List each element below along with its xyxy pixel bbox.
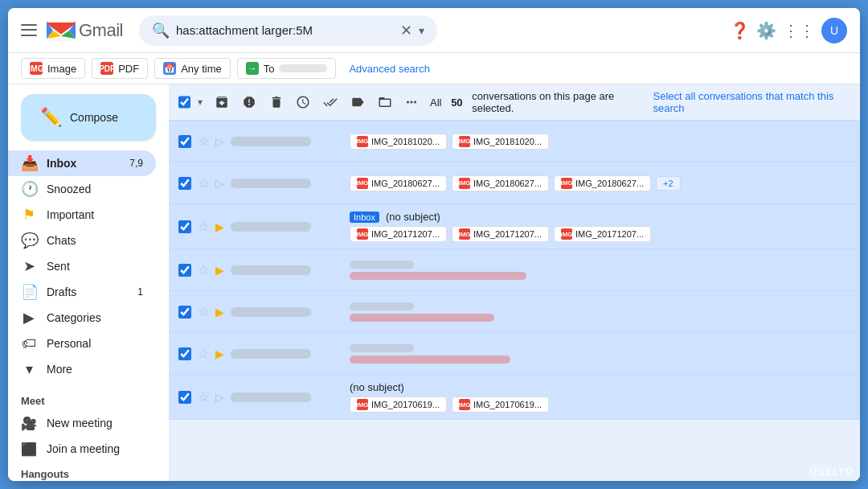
important-marker[interactable]: ▶ (215, 264, 224, 277)
subject-line: Inbox (no subject) (350, 211, 850, 223)
search-bar: 🔍 has:attachment larger:5M ✕ ▾ (139, 15, 438, 46)
attachment-name: IMG_20180627... (371, 179, 440, 188)
more-options-time-button[interactable] (292, 89, 316, 115)
sidebar-item-important[interactable]: ⚑ Important (8, 202, 156, 228)
important-marker[interactable]: ▷ (215, 135, 224, 148)
row-checkbox[interactable] (178, 177, 191, 190)
row-checkbox[interactable] (178, 306, 191, 318)
table-row[interactable]: ☆ ▷ IMG IMG_20181020... IMG IMG_20181020… (169, 121, 860, 162)
row-checkbox[interactable] (178, 347, 191, 360)
row-checkbox[interactable] (178, 391, 191, 404)
filter-chip-image[interactable]: IMG Image (21, 58, 85, 79)
hangouts-section: Hangouts + (8, 462, 169, 481)
sidebar-item-categories[interactable]: ▶ Categories (8, 305, 156, 331)
label-button[interactable] (346, 89, 370, 115)
main-layout: ✏️ Compose 📥 Inbox 7,9 🕐 Snoozed ⚑ Impor… (8, 84, 860, 481)
important-marker[interactable]: ▶ (215, 347, 224, 360)
email-body: Inbox (no subject) IMG IMG_20171207... I… (350, 211, 850, 242)
more-chevron-icon: ▾ (21, 360, 37, 378)
join-meeting-label: Join a meeting (47, 442, 120, 455)
important-marker[interactable]: ▷ (215, 177, 224, 190)
attachment-chip: IMG IMG_20181020... (452, 134, 549, 150)
row-checkbox[interactable] (178, 220, 191, 233)
sent-icon: ➤ (21, 257, 37, 275)
new-meeting-item[interactable]: 🎥 New meeting (8, 410, 156, 436)
sidebar-item-drafts[interactable]: 📄 Drafts 1 (8, 279, 156, 305)
row-checkbox[interactable] (178, 135, 191, 148)
table-row[interactable]: ☆ ▶ Inbox (no subject) IMG IMG_20171207.… (169, 204, 860, 249)
more-toolbar-button[interactable] (399, 89, 424, 115)
user-area: ❓ ⚙️ ⋮⋮ U (730, 18, 847, 43)
attachment-list: IMG IMG_20171207... IMG IMG_20171207... … (350, 226, 850, 242)
join-meeting-item[interactable]: ⬛ Join a meeting (8, 436, 156, 462)
selection-info: All 50 conversations on this page are se… (430, 90, 850, 114)
star-icon[interactable]: ☆ (198, 304, 209, 319)
table-row[interactable]: ☆ ▷ (no subject) IMG IMG_20170619... (169, 375, 860, 420)
to-chip-label: To (264, 63, 275, 75)
select-all-checkbox[interactable] (178, 96, 190, 109)
user-avatar[interactable]: U (821, 18, 847, 43)
join-meeting-icon: ⬛ (21, 442, 37, 457)
sidebar: ✏️ Compose 📥 Inbox 7,9 🕐 Snoozed ⚑ Impor… (8, 84, 169, 481)
attachment-chip: IMG IMG_20180627... (350, 175, 447, 191)
star-icon[interactable]: ☆ (198, 175, 209, 191)
sidebar-item-sent[interactable]: ➤ Sent (8, 253, 156, 279)
sidebar-item-snoozed[interactable]: 🕐 Snoozed (8, 176, 156, 202)
star-icon[interactable]: ☆ (198, 389, 209, 405)
sender-name (231, 349, 343, 359)
important-marker[interactable]: ▶ (215, 220, 224, 233)
sidebar-item-more[interactable]: ▾ More (8, 356, 156, 382)
compose-button[interactable]: ✏️ Compose (21, 94, 156, 141)
advanced-search-link[interactable]: Advanced search (349, 63, 429, 75)
table-row[interactable]: ☆ ▶ (169, 249, 860, 291)
filter-chip-anytime[interactable]: 📅 Any time (154, 58, 231, 79)
star-icon[interactable]: ☆ (198, 219, 209, 234)
sidebar-item-inbox[interactable]: 📥 Inbox 7,9 (8, 150, 156, 176)
attachment-chip: IMG IMG_20170619... (452, 397, 549, 413)
new-meeting-icon: 🎥 (21, 416, 37, 431)
select-all-matching-link[interactable]: Select all conversations that match this… (653, 90, 851, 114)
email-body (350, 261, 850, 280)
sidebar-item-chats[interactable]: 💬 Chats (8, 228, 156, 253)
attachment-name: IMG_20170619... (473, 400, 542, 409)
star-icon[interactable]: ☆ (198, 346, 209, 361)
attachment-img-icon: IMG (357, 136, 368, 147)
row-checkbox[interactable] (178, 264, 191, 277)
report-spam-button[interactable] (237, 89, 261, 115)
mark-read-button[interactable] (318, 89, 342, 115)
snoozed-label: Snoozed (47, 183, 143, 195)
move-to-button[interactable] (373, 89, 397, 115)
search-icon: 🔍 (152, 22, 170, 39)
categories-label: Categories (47, 311, 143, 324)
hamburger-menu-icon[interactable] (21, 23, 37, 39)
search-input[interactable]: has:attachment larger:5M (176, 23, 395, 37)
help-icon[interactable]: ❓ (730, 21, 750, 40)
archive-button[interactable] (211, 89, 235, 115)
filter-chip-pdf[interactable]: PDF PDF (92, 58, 148, 79)
subject-preview-blur (350, 355, 510, 364)
filter-chip-to[interactable]: → To (237, 58, 337, 79)
table-row[interactable]: ☆ ▶ (169, 291, 860, 333)
sender-preview-blur (350, 261, 414, 269)
important-marker[interactable]: ▶ (215, 306, 224, 318)
table-row[interactable]: ☆ ▶ (169, 333, 860, 375)
important-label: Important (47, 208, 143, 221)
attachment-img-icon: IMG (561, 178, 572, 189)
sender-name (231, 222, 343, 232)
grid-icon[interactable]: ⋮⋮ (783, 21, 815, 40)
settings-icon[interactable]: ⚙️ (756, 21, 776, 40)
table-row[interactable]: ☆ ▷ IMG IMG_20180627... IMG IMG_20180627… (169, 162, 860, 204)
delete-button[interactable] (264, 89, 289, 115)
search-dropdown-button[interactable]: ▾ (419, 24, 424, 37)
sidebar-item-personal[interactable]: 🏷 Personal (8, 331, 156, 356)
sent-label: Sent (47, 260, 143, 273)
preview-line (350, 302, 850, 310)
filter-bar: IMG Image PDF PDF 📅 Any time → To Advanc… (8, 53, 860, 84)
search-clear-button[interactable]: ✕ (400, 22, 412, 39)
sender-preview-blur (350, 344, 414, 352)
star-icon[interactable]: ☆ (198, 262, 209, 277)
preview-line (350, 261, 850, 269)
star-icon[interactable]: ☆ (198, 134, 209, 149)
important-marker[interactable]: ▷ (215, 391, 224, 404)
select-dropdown-button[interactable]: ▾ (194, 95, 207, 109)
